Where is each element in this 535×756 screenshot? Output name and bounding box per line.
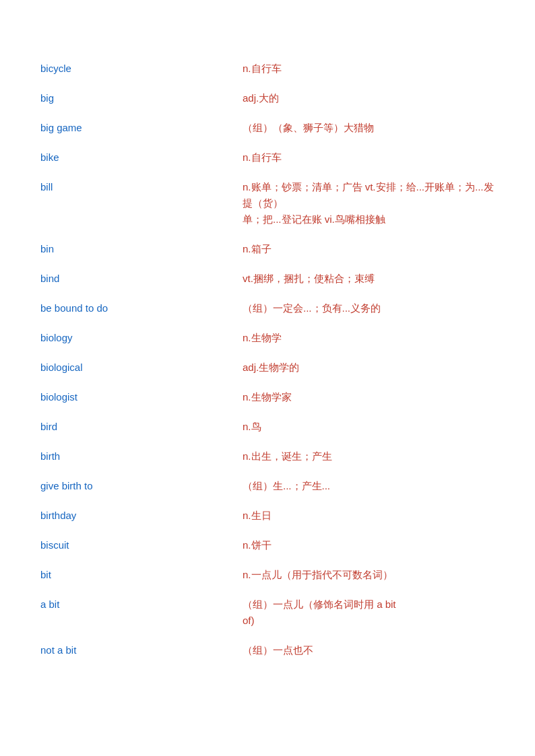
table-row: bitn.一点儿（用于指代不可数名词） — [40, 560, 495, 590]
entry-definition: n.饼干 — [243, 537, 495, 553]
entry-definition: n.鸟 — [243, 419, 495, 435]
entry-word: bird — [40, 419, 243, 435]
table-row: big game（组）（象、狮子等）大猎物 — [40, 113, 495, 143]
table-row: birdn.鸟 — [40, 412, 495, 442]
table-row: biken.自行车 — [40, 143, 495, 172]
entry-definition: n.账单；钞票；清单；广告 vt.安排；给...开账单；为...发提（货）单；把… — [243, 179, 495, 228]
dictionary-table: bicyclen.自行车bigadj.大的big game（组）（象、狮子等）大… — [0, 54, 535, 665]
entry-definition: n.箱子 — [243, 241, 495, 257]
entry-definition: vt.捆绑，捆扎；使粘合；束缚 — [243, 271, 495, 287]
table-row: biologyn.生物学 — [40, 323, 495, 353]
entry-definition: （组）一点儿（修饰名词时用 a bitof) — [243, 596, 495, 629]
entry-definition: （组）（象、狮子等）大猎物 — [243, 120, 495, 136]
entry-word: birth — [40, 448, 243, 465]
entry-definition: （组）一点也不 — [243, 642, 495, 658]
entry-definition: n.生物学 — [243, 330, 495, 346]
table-row: binn.箱子 — [40, 234, 495, 264]
table-row: not a bit（组）一点也不 — [40, 635, 495, 665]
entry-word: biological — [40, 359, 243, 376]
entry-word: be bound to do — [40, 300, 243, 316]
entry-word: bind — [40, 271, 243, 287]
table-row: give birth to（组）生...；产生... — [40, 471, 495, 501]
entry-definition: n.出生，诞生；产生 — [243, 448, 495, 465]
entry-word: bike — [40, 149, 243, 166]
entry-word: bicycle — [40, 61, 243, 77]
table-row: be bound to do（组）一定会...；负有...义务的 — [40, 294, 495, 323]
table-row: birthdayn.生日 — [40, 501, 495, 530]
entry-definition: n.生物学家 — [243, 389, 495, 405]
entry-word: bit — [40, 567, 243, 583]
entry-word: give birth to — [40, 478, 243, 494]
entry-definition: n.生日 — [243, 508, 495, 524]
entry-word: birthday — [40, 508, 243, 524]
entry-definition: （组）一定会...；负有...义务的 — [243, 300, 495, 316]
entry-word: not a bit — [40, 642, 243, 658]
entry-word: biscuit — [40, 537, 243, 553]
entry-definition: n.自行车 — [243, 61, 495, 77]
entry-definition: （组）生...；产生... — [243, 478, 495, 494]
table-row: bigadj.大的 — [40, 83, 495, 113]
entry-word: biology — [40, 330, 243, 346]
table-row: billn.账单；钞票；清单；广告 vt.安排；给...开账单；为...发提（货… — [40, 172, 495, 234]
entry-word: bill — [40, 179, 243, 195]
entry-definition: adj.生物学的 — [243, 359, 495, 376]
table-row: birthn.出生，诞生；产生 — [40, 442, 495, 471]
entry-word: bin — [40, 241, 243, 257]
table-row: bindvt.捆绑，捆扎；使粘合；束缚 — [40, 264, 495, 294]
table-row: a bit（组）一点儿（修饰名词时用 a bitof) — [40, 590, 495, 635]
entry-word: biologist — [40, 389, 243, 405]
entry-definition: adj.大的 — [243, 90, 495, 106]
entry-definition: n.一点儿（用于指代不可数名词） — [243, 567, 495, 583]
table-row: bicyclen.自行车 — [40, 54, 495, 83]
entry-word: big — [40, 90, 243, 106]
table-row: biologicaladj.生物学的 — [40, 353, 495, 382]
table-row: biscuitn.饼干 — [40, 530, 495, 560]
entry-word: big game — [40, 120, 243, 136]
entry-word: a bit — [40, 596, 243, 613]
table-row: biologistn.生物学家 — [40, 382, 495, 412]
entry-definition: n.自行车 — [243, 149, 495, 166]
